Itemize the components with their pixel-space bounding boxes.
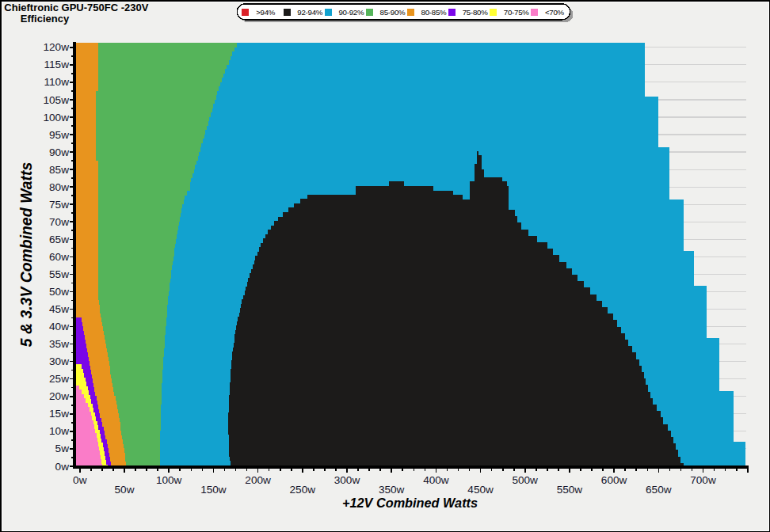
svg-text:35w: 35w — [49, 338, 69, 350]
svg-text:55w: 55w — [49, 268, 69, 280]
svg-text:75w: 75w — [49, 199, 69, 211]
svg-text:120w: 120w — [44, 41, 70, 53]
svg-text:300w: 300w — [334, 474, 360, 486]
svg-text:15w: 15w — [49, 408, 69, 420]
svg-text:10w: 10w — [49, 425, 69, 437]
svg-text:<70%: <70% — [545, 8, 565, 17]
svg-text:30w: 30w — [49, 355, 69, 367]
svg-text:350w: 350w — [379, 484, 405, 496]
svg-text:50w: 50w — [115, 484, 135, 496]
svg-text:50w: 50w — [49, 286, 69, 298]
svg-text:90-92%: 90-92% — [338, 8, 364, 17]
svg-text:105w: 105w — [44, 94, 70, 106]
svg-text:5 & 3.3V Combined Watts: 5 & 3.3V Combined Watts — [18, 162, 36, 347]
svg-text:250w: 250w — [290, 484, 316, 496]
svg-text:80w: 80w — [49, 181, 69, 193]
svg-text:+12V Combined Watts: +12V Combined Watts — [342, 496, 478, 510]
svg-text:500w: 500w — [512, 474, 538, 486]
svg-text:75-80%: 75-80% — [463, 8, 489, 17]
svg-text:115w: 115w — [44, 59, 70, 70]
svg-text:90w: 90w — [49, 146, 69, 158]
svg-text:92-94%: 92-94% — [297, 8, 323, 17]
svg-text:450w: 450w — [467, 484, 494, 496]
svg-text:85-90%: 85-90% — [380, 8, 406, 17]
svg-text:400w: 400w — [423, 474, 449, 486]
svg-text:95w: 95w — [49, 129, 69, 141]
svg-text:45w: 45w — [49, 303, 69, 315]
svg-text:>94%: >94% — [256, 8, 276, 17]
svg-text:600w: 600w — [601, 474, 627, 486]
svg-text:700w: 700w — [690, 474, 716, 486]
svg-text:0w: 0w — [55, 461, 70, 473]
svg-text:110w: 110w — [44, 76, 70, 88]
svg-text:65w: 65w — [49, 234, 69, 245]
svg-text:85w: 85w — [49, 164, 69, 176]
svg-text:100w: 100w — [156, 474, 182, 486]
svg-text:70w: 70w — [49, 216, 69, 228]
svg-text:60w: 60w — [49, 251, 69, 263]
svg-text:150w: 150w — [200, 484, 227, 496]
svg-text:40w: 40w — [49, 321, 69, 332]
svg-text:650w: 650w — [646, 484, 672, 496]
svg-text:20w: 20w — [49, 390, 69, 402]
svg-text:25w: 25w — [49, 373, 69, 385]
svg-text:550w: 550w — [557, 484, 583, 496]
svg-text:5w: 5w — [55, 443, 70, 454]
svg-text:0w: 0w — [73, 474, 87, 486]
svg-text:100w: 100w — [44, 112, 70, 124]
svg-text:Chieftronic GPU-750FC -230V: Chieftronic GPU-750FC -230V — [4, 2, 148, 13]
svg-text:Efficiency: Efficiency — [21, 13, 70, 25]
svg-text:200w: 200w — [245, 474, 271, 486]
svg-text:80-85%: 80-85% — [421, 8, 448, 17]
svg-text:70-75%: 70-75% — [504, 8, 530, 17]
